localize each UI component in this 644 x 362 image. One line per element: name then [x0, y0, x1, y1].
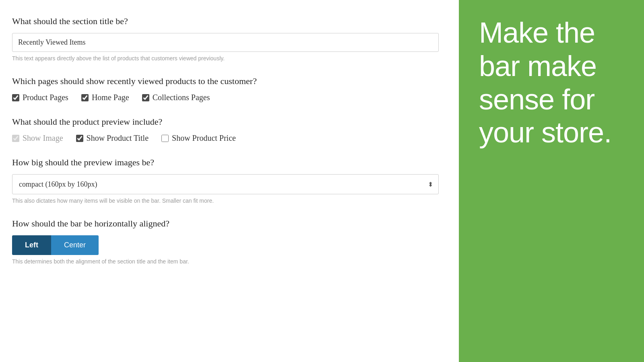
preview-checkbox-group: Show Image Show Product Title Show Produ…: [12, 134, 447, 143]
pages-question: Which pages should show recently viewed …: [12, 76, 447, 86]
checkbox-home-page-input[interactable]: [81, 94, 89, 101]
pages-section: Which pages should show recently viewed …: [12, 76, 447, 102]
alignment-section: How should the bar be horizontally align…: [12, 218, 447, 265]
right-panel: Make the bar make sense for your store.: [459, 0, 644, 362]
checkbox-show-image-input[interactable]: [12, 135, 19, 142]
preview-section: What should the product preview include?…: [12, 117, 447, 143]
checkbox-show-product-price[interactable]: Show Product Price: [161, 134, 236, 143]
section-title-input[interactable]: [12, 33, 439, 52]
section-title-question: What should the section title be?: [12, 16, 447, 27]
alignment-hint: This determines both the alignment of th…: [12, 258, 447, 265]
checkbox-home-page-label: Home Page: [92, 93, 129, 102]
checkbox-show-image-label: Show Image: [23, 134, 63, 143]
checkbox-product-pages-label: Product Pages: [23, 93, 68, 102]
left-panel: What should the section title be? This t…: [0, 0, 459, 362]
checkbox-product-pages[interactable]: Product Pages: [12, 93, 68, 102]
checkbox-show-image[interactable]: Show Image: [12, 134, 63, 143]
section-title-section: What should the section title be? This t…: [12, 16, 447, 62]
checkbox-show-product-title[interactable]: Show Product Title: [76, 134, 149, 143]
image-size-section: How big should the preview images be? co…: [12, 157, 447, 204]
align-left-button[interactable]: Left: [12, 235, 51, 255]
image-size-select[interactable]: compact (160px by 160px) medium (240px b…: [12, 174, 439, 194]
alignment-button-group: Left Center: [12, 235, 447, 255]
alignment-question: How should the bar be horizontally align…: [12, 218, 447, 229]
image-size-hint: This also dictates how many items will b…: [12, 197, 447, 204]
checkbox-product-pages-input[interactable]: [12, 94, 19, 101]
checkbox-show-product-price-input[interactable]: [161, 135, 169, 142]
section-title-hint: This text appears directly above the lis…: [12, 55, 447, 62]
checkbox-collections-pages-label: Collections Pages: [153, 93, 210, 102]
pages-checkbox-group: Product Pages Home Page Collections Page…: [12, 93, 447, 102]
checkbox-home-page[interactable]: Home Page: [81, 93, 129, 102]
image-size-select-wrapper: compact (160px by 160px) medium (240px b…: [12, 174, 439, 194]
checkbox-show-product-title-input[interactable]: [76, 135, 83, 142]
checkbox-collections-pages-input[interactable]: [142, 94, 149, 101]
tagline: Make the bar make sense for your store.: [479, 16, 624, 149]
preview-question: What should the product preview include?: [12, 117, 447, 127]
checkbox-show-product-title-label: Show Product Title: [87, 134, 149, 143]
align-center-button[interactable]: Center: [51, 235, 99, 255]
checkbox-collections-pages[interactable]: Collections Pages: [142, 93, 210, 102]
image-size-question: How big should the preview images be?: [12, 157, 447, 168]
checkbox-show-product-price-label: Show Product Price: [172, 134, 236, 143]
